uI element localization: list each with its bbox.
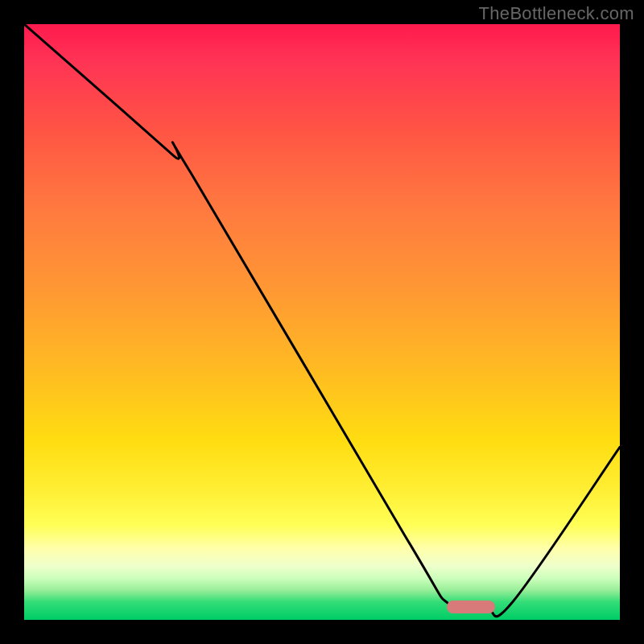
bottleneck-curve [24, 24, 620, 617]
plot-area [24, 24, 620, 620]
attribution-text: TheBottleneck.com [479, 3, 634, 24]
optimal-marker [447, 601, 494, 613]
curve-svg [24, 24, 620, 620]
